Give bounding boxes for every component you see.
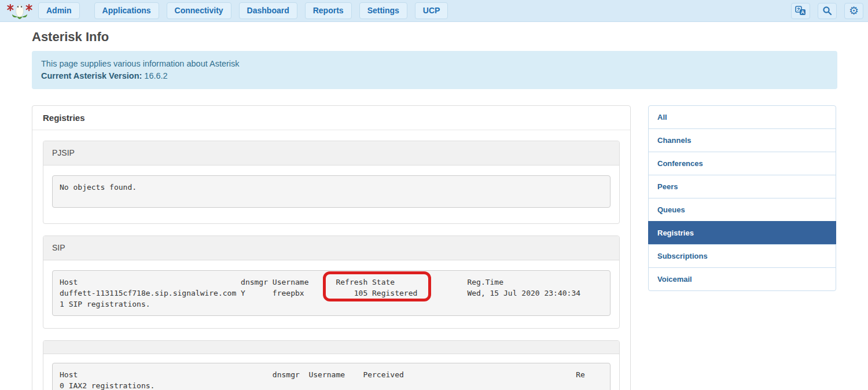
tab-ucp[interactable]: UCP [415,2,448,19]
info-box: This page supplies various information a… [32,51,837,89]
sip-section-header: SIP [43,236,619,260]
info-box-version-line: Current Asterisk Version: 16.6.2 [41,70,828,82]
sip-section-body: Host dnsmgr Username Refresh State Reg.T… [43,260,619,328]
version-label: Current Asterisk Version: [41,71,142,80]
sidebar-item-registries[interactable]: Registries [648,221,836,245]
registries-panel: Registries PJSIP No objects found. SIP H… [32,105,631,390]
tab-applications[interactable]: Applications [94,2,159,19]
tab-reports[interactable]: Reports [305,2,352,19]
pjsip-section: PJSIP No objects found. [43,141,620,224]
tab-dashboard[interactable]: Dashboard [239,2,297,19]
registries-panel-title: Registries [32,106,630,130]
page-content: Asterisk Info This page supplies various… [0,30,868,390]
search-button[interactable] [818,3,837,19]
sip-section: SIP Host dnsmgr Username Refresh State R… [43,236,620,329]
info-box-line1: This page supplies various information a… [41,58,828,70]
page-title: Asterisk Info [32,30,837,45]
gear-icon: ⚙ [849,5,859,16]
iax2-section-header [43,341,619,354]
search-icon [822,6,832,16]
language-button[interactable]: A [791,3,810,19]
pjsip-console-output: No objects found. [52,175,610,208]
sidebar-item-all[interactable]: All [648,105,836,129]
info-sidebar: All Channels Conferences Peers Queues Re… [648,105,836,291]
iax2-section-body: Host dnsmgr Username Perceived Re 0 IAX2… [43,354,619,390]
tab-connectivity[interactable]: Connectivity [167,2,231,19]
sidebar-item-subscriptions[interactable]: Subscriptions [648,244,836,268]
top-navbar: Admin Applications Connectivity Dashboar… [0,0,868,22]
svg-text:A: A [801,9,804,15]
sidebar-item-conferences[interactable]: Conferences [648,152,836,175]
sidebar-item-peers[interactable]: Peers [648,175,836,198]
sidebar-item-queues[interactable]: Queues [648,198,836,222]
sip-console-output: Host dnsmgr Username Refresh State Reg.T… [52,270,610,316]
sidebar-item-voicemail[interactable]: Voicemail [648,267,836,291]
iax2-console-output: Host dnsmgr Username Perceived Re 0 IAX2… [52,363,610,390]
iax2-section: Host dnsmgr Username Perceived Re 0 IAX2… [43,340,620,390]
tab-admin[interactable]: Admin [38,2,80,19]
settings-button[interactable]: ⚙ [844,3,863,19]
tab-settings[interactable]: Settings [359,2,407,19]
registries-panel-body: PJSIP No objects found. SIP Host dnsmgr … [32,130,630,390]
version-value: 16.6.2 [142,71,167,80]
pjsip-section-header: PJSIP [43,141,619,165]
main-menu: Admin Applications Connectivity Dashboar… [38,2,448,19]
language-icon: A [795,6,806,16]
pjsip-section-body: No objects found. [43,165,619,223]
freepbx-logo [7,2,32,20]
sidebar-item-channels[interactable]: Channels [648,128,836,152]
